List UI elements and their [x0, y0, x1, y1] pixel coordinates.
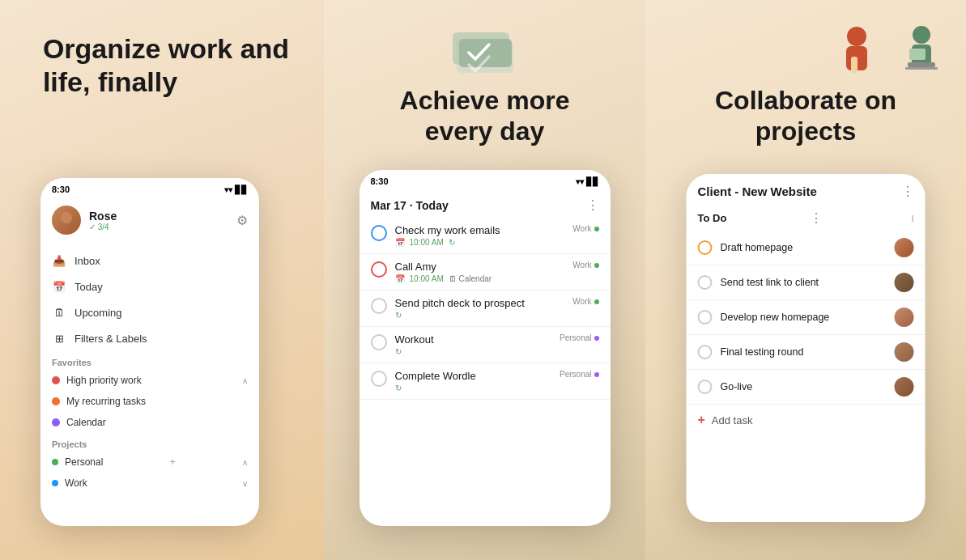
date-separator: · [410, 199, 416, 212]
achieve-line1: Achieve more [400, 86, 570, 115]
signal-icons-2: ▾▾ ▊▊ [576, 177, 599, 186]
collab-avatar-2 [895, 273, 914, 292]
nav-today[interactable]: 📅 Today [40, 274, 259, 299]
avatar [52, 206, 81, 235]
svg-rect-10 [905, 67, 938, 70]
recurring-icon-1: ↻ [449, 238, 455, 247]
collab-avatar-1 [895, 238, 914, 257]
task-item-2[interactable]: Call Amy 📅 10:00 AM 🗓 Calendar Work [360, 254, 611, 291]
collab-task-name-5: Go-live [721, 381, 887, 392]
task-circle-1 [371, 225, 387, 241]
time-2: 8:30 [371, 176, 389, 186]
task-circle-2 [371, 261, 387, 278]
task-info-3: Send pitch deck to prospect ↻ [395, 297, 565, 320]
signal-icons-1: ▾▾ ▊▊ [224, 185, 248, 194]
task-item-3[interactable]: Send pitch deck to prospect ↻ Work [360, 291, 611, 327]
user-info: Rose ✓ 3/4 [89, 210, 117, 231]
collab-task-5[interactable]: Go-live [687, 370, 926, 405]
project-work-label: Work [65, 477, 87, 489]
signal-icon-2: ▊▊ [586, 177, 599, 186]
calendar-mini-icon: 📅 [395, 238, 405, 247]
personal-dot [52, 459, 58, 465]
collab-task-name-3: Develop new homepage [721, 312, 887, 323]
recurring-dot [52, 397, 60, 405]
collab-task-4[interactable]: Final testing round [687, 335, 926, 370]
task-item-5[interactable]: Complete Wordle ↻ Personal [360, 363, 611, 400]
wifi-icon: ▾▾ [224, 185, 232, 194]
calendar-mini-icon-2: 📅 [395, 274, 405, 283]
section-kebab[interactable]: ⋮ [810, 210, 823, 226]
nav-upcoming-label: Upcoming [74, 307, 122, 319]
nav-filters[interactable]: ⊞ Filters & Labels [40, 325, 259, 351]
collab-avatar-3 [895, 308, 914, 327]
achieve-line2: every day [425, 117, 545, 146]
panel-3-heading: Collaborate on projects [691, 85, 921, 147]
task-item-4[interactable]: Workout ↻ Personal [360, 327, 611, 363]
favorites-high-priority[interactable]: High priority work ∧ [40, 370, 259, 391]
tag-dot-2 [594, 263, 599, 268]
svg-rect-2 [459, 39, 512, 67]
add-task-plus-icon: + [698, 413, 705, 427]
task-circle-5 [371, 371, 387, 387]
collab-circle-5 [698, 380, 713, 394]
add-task-label: Add task [712, 414, 753, 426]
phone-mockup-3: Client - New Website ⋮ To Do ⋮ I Draft h… [687, 174, 926, 522]
task-name-1: Check my work emails [395, 224, 565, 236]
panel-collaborate: Collaborate on projects Client - New Web… [645, 0, 966, 560]
nav-upcoming[interactable]: 🗓 Upcoming [40, 299, 259, 325]
collab-header: Client - New Website ⋮ [687, 174, 926, 206]
chevron-work-icon: ∨ [242, 479, 248, 488]
recurring-icon-4: ↻ [395, 347, 402, 356]
settings-icon[interactable]: ⚙ [236, 213, 248, 228]
task-info-5: Complete Wordle ↻ [395, 370, 552, 392]
tag-label-1: Work [572, 224, 591, 233]
user-name: Rose [89, 210, 117, 223]
panel-1-heading: Organize work and life, finally [27, 32, 305, 99]
task-meta-1: 📅 10:00 AM ↻ [395, 238, 565, 247]
nav-inbox-label: Inbox [74, 255, 100, 267]
section-extra: I [911, 214, 913, 223]
add-task-bar[interactable]: + Add task [687, 405, 926, 435]
svg-rect-9 [909, 49, 926, 60]
project-title: Client - New Website [698, 185, 817, 198]
task-time-2: 10:00 AM [410, 274, 444, 283]
task-meta-3: ↻ [395, 311, 565, 320]
task-date: Mar 17 · Today [371, 199, 449, 212]
collab-line2: projects [755, 117, 856, 146]
task-circle-3 [371, 298, 387, 314]
kebab-menu[interactable]: ⋮ [586, 197, 599, 213]
collab-task-1[interactable]: Draft homepage [687, 231, 926, 265]
task-meta-5: ↻ [395, 384, 552, 392]
tag-label-4: Personal [560, 333, 591, 342]
collab-task-name-2: Send test link to client [721, 277, 887, 288]
plus-icon[interactable]: + [170, 456, 176, 468]
collab-kebab[interactable]: ⋮ [901, 184, 914, 199]
nav-today-label: Today [74, 281, 103, 293]
favorites-high-label: High priority work [66, 375, 142, 386]
status-bar-1: 8:30 ▾▾ ▊▊ [40, 178, 259, 197]
recurring-icon-3: ↻ [395, 311, 402, 320]
panel-organize: Organize work and life, finally 8:30 ▾▾ … [0, 0, 324, 560]
recurring-icon-5: ↻ [395, 384, 402, 392]
panel-2-heading: Achieve more every day [376, 85, 594, 147]
task-item-1[interactable]: Check my work emails 📅 10:00 AM ↻ Work [360, 218, 611, 254]
date-label: Mar 17 [371, 199, 406, 212]
collab-task-3[interactable]: Develop new homepage [687, 300, 926, 335]
project-personal-label: Personal [65, 456, 103, 468]
favorites-recurring-label: My recurring tasks [66, 396, 146, 407]
check-illustration [445, 24, 526, 81]
favorites-recurring[interactable]: My recurring tasks [40, 391, 259, 412]
calendar-dot [52, 418, 60, 426]
nav-inbox[interactable]: 📥 Inbox [40, 248, 259, 274]
section-header: To Do ⋮ I [687, 206, 926, 231]
collab-task-2[interactable]: Send test link to client [687, 265, 926, 300]
high-priority-dot [52, 376, 60, 384]
svg-point-6 [913, 26, 930, 44]
favorites-calendar-label: Calendar [66, 417, 106, 428]
heading-line2: life, finally [43, 66, 177, 97]
project-work[interactable]: Work ∨ [40, 473, 259, 494]
favorites-calendar[interactable]: Calendar [40, 412, 259, 433]
user-badge: ✓ 3/4 [89, 223, 117, 231]
project-personal[interactable]: Personal + ∧ [40, 452, 259, 473]
section-favorites: Favorites [40, 351, 259, 370]
